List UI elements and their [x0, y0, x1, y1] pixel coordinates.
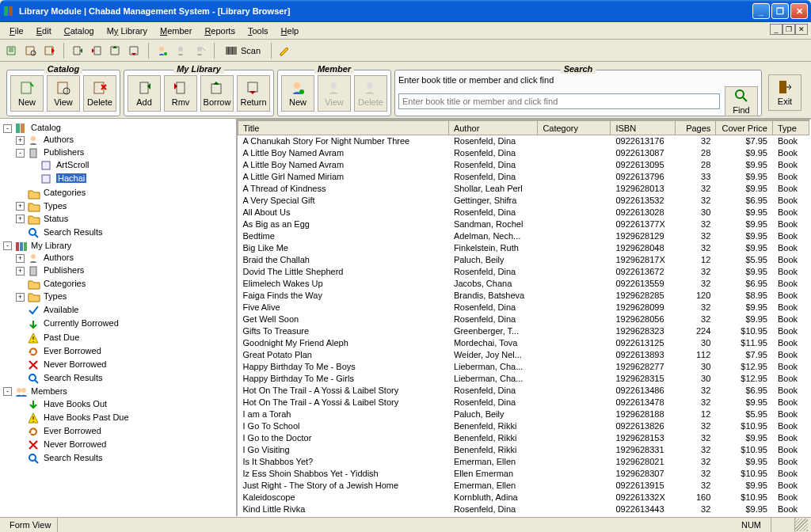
table-row[interactable]: Kind Little RivkaRosenfeld, Dina09226134… [238, 504, 809, 515]
tree-ml-categories[interactable]: Categories [16, 277, 231, 291]
table-row[interactable]: Five AliveRosenfeld, Dina192962809932$9.… [238, 302, 809, 314]
table-row[interactable]: Gifts To TreasureGreenberger, T...192962… [238, 325, 809, 337]
tree-catalog-categories[interactable]: Categories [16, 186, 231, 200]
catalog-delete-button[interactable]: Delete [83, 75, 116, 112]
tree-catalog-authors[interactable]: +Authors [16, 134, 231, 146]
table-row[interactable]: Goodnight My Friend AlephMordechai, Tova… [238, 337, 809, 349]
toolbar-btn-9[interactable] [173, 42, 190, 59]
table-row[interactable]: Great Potato PlanWeider, Joy Nel...09226… [238, 349, 809, 361]
menu-help[interactable]: Help [275, 25, 306, 37]
table-row[interactable]: I Go to the DoctorBenenfeld, Rikki192962… [238, 432, 809, 444]
table-row[interactable]: Hot On The Trail - A Yossi & Laibel Stor… [238, 397, 809, 408]
menu-file[interactable]: File [3, 25, 30, 37]
tree-ml-search[interactable]: Search Results [16, 371, 231, 385]
table-row[interactable]: BedtimeAdelman, Nech...192962812932$9.95… [238, 230, 809, 242]
menu-mylibrary[interactable]: My Library [101, 25, 154, 37]
toolbar-btn-10[interactable] [192, 42, 209, 59]
table-row[interactable]: A Very Special GiftGettinger, Shifra0922… [238, 195, 809, 207]
table-row[interactable]: Hot On The Trail - A Yossi & Laibel Stor… [238, 385, 809, 397]
mylibrary-return-button[interactable]: Return [237, 75, 270, 112]
toolbar-scan-button[interactable]: Scan [219, 42, 266, 59]
toolbar-btn-3[interactable] [41, 42, 59, 59]
catalog-new-button[interactable]: New [10, 75, 44, 112]
mdi-minimize-button[interactable]: _ [770, 24, 782, 35]
mdi-restore-button[interactable]: ❐ [782, 24, 795, 35]
tree-ml-publishers[interactable]: +Publishers [16, 264, 231, 277]
table-row[interactable]: Elimelech Wakes UpJacobs, Chana092261355… [238, 278, 809, 290]
member-new-button[interactable]: New [281, 75, 314, 112]
tree-pane[interactable]: -Catalog +Authors -Publishers ArtScroll … [0, 119, 236, 517]
tree-ml-neverborrowed[interactable]: Never Borrowed [16, 358, 231, 371]
table-row[interactable]: Iz Ess Shoin Shabbos Yet - YiddishEllen … [238, 468, 809, 480]
toolbar-btn-7[interactable] [126, 42, 143, 59]
toolbar-btn-6[interactable] [107, 42, 124, 59]
tree-ml-authors[interactable]: +Authors [16, 252, 231, 264]
table-row[interactable]: A Little Boy Named AvramRosenfeld, Dina0… [238, 159, 809, 171]
mylibrary-add-button[interactable]: Add [128, 75, 161, 112]
tree-mem-everborrowed[interactable]: Ever Borrowed [16, 424, 231, 438]
mylibrary-borrow-button[interactable]: Borrow [200, 75, 234, 112]
mdi-close-button[interactable]: ✕ [795, 24, 808, 35]
toolbar-btn-2[interactable] [22, 42, 40, 59]
table-row[interactable]: I am a TorahPaluch, Beily192962818812$5.… [238, 408, 809, 420]
tree-mem-out[interactable]: Have Books Out [16, 397, 231, 411]
table-row[interactable]: Dovid The Little ShepherdRosenfeld, Dina… [238, 266, 809, 278]
minimize-button[interactable]: _ [752, 3, 770, 19]
table-pane[interactable]: Title Author Category ISBN Pages Cover P… [236, 119, 811, 517]
table-row[interactable]: Is It Shabbos Yet?Emerman, Ellen19296280… [238, 456, 809, 468]
tree-ml-types[interactable]: +Types [16, 291, 231, 303]
resize-grip[interactable] [795, 519, 808, 531]
col-price[interactable]: Cover Price [716, 121, 773, 135]
table-row[interactable]: Faiga Finds the WayBrandis, Batsheva1929… [238, 290, 809, 302]
tree-ml-borrowed[interactable]: Currently Borrowed [16, 317, 231, 330]
tree-mem-search[interactable]: Search Results [16, 451, 231, 465]
table-row[interactable]: I Go VisitingBenenfeld, Rikki19296283313… [238, 444, 809, 456]
toolbar-btn-4[interactable] [69, 42, 86, 59]
menu-catalog[interactable]: Catalog [58, 25, 101, 37]
tree-ml-available[interactable]: Available [16, 303, 231, 317]
tree-mem-pastdue[interactable]: Have Books Past Due [16, 411, 231, 424]
exit-button[interactable]: Exit [768, 74, 801, 111]
menu-member[interactable]: Member [154, 25, 198, 37]
table-row[interactable]: Happy Birthday To Me - GirlsLieberman, C… [238, 373, 809, 385]
toolbar-btn-5[interactable] [88, 42, 105, 59]
tree-catalog[interactable]: -Catalog +Authors -Publishers ArtScroll … [3, 122, 231, 240]
tree-ml-everborrowed[interactable]: Ever Borrowed [16, 344, 231, 358]
results-table[interactable]: Title Author Category ISBN Pages Cover P… [238, 120, 809, 517]
toolbar-btn-edit[interactable] [276, 42, 294, 59]
table-row[interactable]: A Little Boy Named AvramRosenfeld, Dina0… [238, 147, 809, 159]
tree-catalog-publishers[interactable]: -Publishers ArtScroll Hachai [16, 146, 231, 186]
col-author[interactable]: Author [448, 121, 537, 135]
find-button[interactable]: Find [725, 86, 758, 116]
table-row[interactable]: A Little Girl Named MiriamRosenfeld, Din… [238, 171, 809, 183]
table-row[interactable]: Big Like MeFinkelstein, Ruth192962804832… [238, 242, 809, 254]
table-row[interactable]: Kind Little RivkaRosenfeld, Dina09226134… [238, 515, 809, 518]
table-row[interactable]: A Chanukah Story For Night Number ThreeR… [238, 135, 809, 147]
tree-catalog-status[interactable]: +Status [16, 213, 231, 226]
col-title[interactable]: Title [238, 121, 449, 135]
tree-publisher-artscroll[interactable]: ArtScroll [29, 158, 231, 172]
tree-members[interactable]: -Members Have Books Out Have Books Past … [3, 386, 231, 466]
menu-reports[interactable]: Reports [198, 25, 242, 37]
tree-publisher-hachai[interactable]: Hachai [29, 172, 231, 185]
col-category[interactable]: Category [538, 121, 611, 135]
table-row[interactable]: KaleidoscopeKornbluth, Adina092261332X16… [238, 492, 809, 504]
table-row[interactable]: Happy Birthday To Me - BoysLieberman, Ch… [238, 361, 809, 373]
catalog-view-button[interactable]: View [47, 75, 80, 112]
table-row[interactable]: I Go To SchoolBenenfeld, Rikki0922613826… [238, 420, 809, 432]
table-row[interactable]: Just Right - The Story of a Jewish HomeE… [238, 480, 809, 492]
tree-mylibrary[interactable]: -My Library +Authors +Publishers Categor… [3, 240, 231, 386]
menu-tools[interactable]: Tools [242, 25, 275, 37]
col-type[interactable]: Type [772, 121, 809, 135]
tree-ml-pastdue[interactable]: Past Due [16, 331, 231, 344]
col-isbn[interactable]: ISBN [611, 121, 676, 135]
table-row[interactable]: All About UsRosenfeld, Dina092261302830$… [238, 207, 809, 218]
table-row[interactable]: Get Well SoonRosenfeld, Dina192962805632… [238, 314, 809, 325]
tree-catalog-types[interactable]: +Types [16, 200, 231, 213]
menu-edit[interactable]: Edit [30, 25, 58, 37]
col-pages[interactable]: Pages [676, 121, 716, 135]
expander-icon[interactable]: - [3, 124, 12, 133]
table-row[interactable]: As Big as an EggSandman, Rochel092261377… [238, 218, 809, 230]
tree-catalog-search[interactable]: Search Results [16, 226, 231, 239]
table-row[interactable]: A Thread of KindnessShollar, Leah Perl19… [238, 183, 809, 195]
